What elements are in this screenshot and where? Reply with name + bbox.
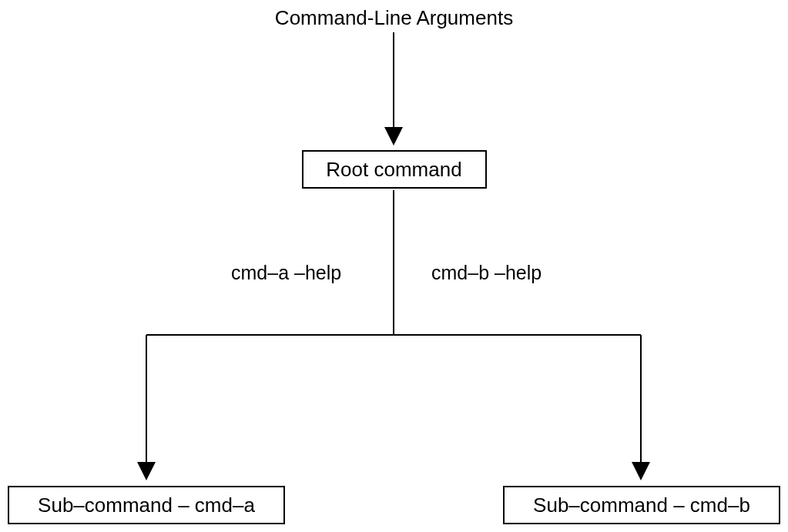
branch-b-label: cmd–b –help <box>431 262 542 284</box>
root-command-label: Root command <box>326 158 461 182</box>
branch-a-label: cmd–a –help <box>231 262 341 284</box>
root-command-box: Root command <box>302 150 487 189</box>
subcommand-a-box: Sub–command – cmd–a <box>8 486 285 524</box>
subcommand-b-box: Sub–command – cmd–b <box>503 486 780 524</box>
subcommand-a-label: Sub–command – cmd–a <box>38 494 255 517</box>
subcommand-b-label: Sub–command – cmd–b <box>533 494 750 517</box>
arrow-title-to-root <box>0 0 788 532</box>
diagram-title: Command-Line Arguments <box>275 6 513 30</box>
branch-connector <box>0 0 788 532</box>
